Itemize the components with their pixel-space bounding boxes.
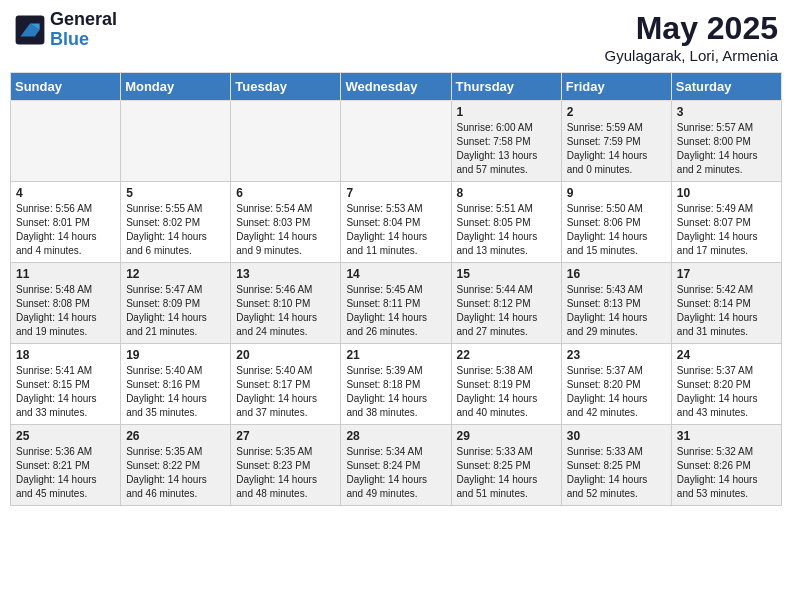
day-number: 13 [236, 267, 335, 281]
day-number: 24 [677, 348, 776, 362]
calendar-cell: 16Sunrise: 5:43 AM Sunset: 8:13 PM Dayli… [561, 263, 671, 344]
cell-content: Sunrise: 5:50 AM Sunset: 8:06 PM Dayligh… [567, 202, 666, 258]
calendar-week-row: 18Sunrise: 5:41 AM Sunset: 8:15 PM Dayli… [11, 344, 782, 425]
cell-content: Sunrise: 5:38 AM Sunset: 8:19 PM Dayligh… [457, 364, 556, 420]
calendar-cell: 19Sunrise: 5:40 AM Sunset: 8:16 PM Dayli… [121, 344, 231, 425]
logo-general-text: General [50, 10, 117, 30]
calendar-cell: 24Sunrise: 5:37 AM Sunset: 8:20 PM Dayli… [671, 344, 781, 425]
calendar-cell: 29Sunrise: 5:33 AM Sunset: 8:25 PM Dayli… [451, 425, 561, 506]
cell-content: Sunrise: 5:37 AM Sunset: 8:20 PM Dayligh… [567, 364, 666, 420]
calendar-cell: 4Sunrise: 5:56 AM Sunset: 8:01 PM Daylig… [11, 182, 121, 263]
cell-content: Sunrise: 5:33 AM Sunset: 8:25 PM Dayligh… [457, 445, 556, 501]
cell-content: Sunrise: 5:40 AM Sunset: 8:16 PM Dayligh… [126, 364, 225, 420]
calendar-cell: 31Sunrise: 5:32 AM Sunset: 8:26 PM Dayli… [671, 425, 781, 506]
calendar-cell: 11Sunrise: 5:48 AM Sunset: 8:08 PM Dayli… [11, 263, 121, 344]
calendar-week-row: 25Sunrise: 5:36 AM Sunset: 8:21 PM Dayli… [11, 425, 782, 506]
cell-content: Sunrise: 5:43 AM Sunset: 8:13 PM Dayligh… [567, 283, 666, 339]
cell-content: Sunrise: 5:54 AM Sunset: 8:03 PM Dayligh… [236, 202, 335, 258]
cell-content: Sunrise: 5:57 AM Sunset: 8:00 PM Dayligh… [677, 121, 776, 177]
calendar-cell: 2Sunrise: 5:59 AM Sunset: 7:59 PM Daylig… [561, 101, 671, 182]
calendar-cell: 27Sunrise: 5:35 AM Sunset: 8:23 PM Dayli… [231, 425, 341, 506]
day-header-wednesday: Wednesday [341, 73, 451, 101]
day-header-saturday: Saturday [671, 73, 781, 101]
cell-content: Sunrise: 5:44 AM Sunset: 8:12 PM Dayligh… [457, 283, 556, 339]
cell-content: Sunrise: 5:32 AM Sunset: 8:26 PM Dayligh… [677, 445, 776, 501]
cell-content: Sunrise: 5:36 AM Sunset: 8:21 PM Dayligh… [16, 445, 115, 501]
calendar-cell: 8Sunrise: 5:51 AM Sunset: 8:05 PM Daylig… [451, 182, 561, 263]
day-number: 14 [346, 267, 445, 281]
month-year: May 2025 [605, 10, 778, 47]
calendar-cell: 20Sunrise: 5:40 AM Sunset: 8:17 PM Dayli… [231, 344, 341, 425]
cell-content: Sunrise: 5:33 AM Sunset: 8:25 PM Dayligh… [567, 445, 666, 501]
day-number: 27 [236, 429, 335, 443]
day-number: 5 [126, 186, 225, 200]
calendar-cell: 3Sunrise: 5:57 AM Sunset: 8:00 PM Daylig… [671, 101, 781, 182]
calendar-cell: 30Sunrise: 5:33 AM Sunset: 8:25 PM Dayli… [561, 425, 671, 506]
cell-content: Sunrise: 5:49 AM Sunset: 8:07 PM Dayligh… [677, 202, 776, 258]
day-number: 25 [16, 429, 115, 443]
location: Gyulagarak, Lori, Armenia [605, 47, 778, 64]
calendar-cell: 28Sunrise: 5:34 AM Sunset: 8:24 PM Dayli… [341, 425, 451, 506]
page-header: General Blue May 2025 Gyulagarak, Lori, … [10, 10, 782, 64]
cell-content: Sunrise: 5:53 AM Sunset: 8:04 PM Dayligh… [346, 202, 445, 258]
cell-content: Sunrise: 5:59 AM Sunset: 7:59 PM Dayligh… [567, 121, 666, 177]
calendar-table: SundayMondayTuesdayWednesdayThursdayFrid… [10, 72, 782, 506]
cell-content: Sunrise: 5:42 AM Sunset: 8:14 PM Dayligh… [677, 283, 776, 339]
cell-content: Sunrise: 5:46 AM Sunset: 8:10 PM Dayligh… [236, 283, 335, 339]
calendar-cell: 21Sunrise: 5:39 AM Sunset: 8:18 PM Dayli… [341, 344, 451, 425]
day-number: 20 [236, 348, 335, 362]
calendar-cell [231, 101, 341, 182]
calendar-cell: 5Sunrise: 5:55 AM Sunset: 8:02 PM Daylig… [121, 182, 231, 263]
day-number: 26 [126, 429, 225, 443]
day-number: 17 [677, 267, 776, 281]
day-number: 3 [677, 105, 776, 119]
calendar-cell: 15Sunrise: 5:44 AM Sunset: 8:12 PM Dayli… [451, 263, 561, 344]
calendar-cell: 9Sunrise: 5:50 AM Sunset: 8:06 PM Daylig… [561, 182, 671, 263]
calendar-week-row: 4Sunrise: 5:56 AM Sunset: 8:01 PM Daylig… [11, 182, 782, 263]
calendar-cell: 26Sunrise: 5:35 AM Sunset: 8:22 PM Dayli… [121, 425, 231, 506]
day-number: 2 [567, 105, 666, 119]
calendar-cell: 6Sunrise: 5:54 AM Sunset: 8:03 PM Daylig… [231, 182, 341, 263]
day-number: 19 [126, 348, 225, 362]
calendar-header-row: SundayMondayTuesdayWednesdayThursdayFrid… [11, 73, 782, 101]
day-number: 18 [16, 348, 115, 362]
day-number: 12 [126, 267, 225, 281]
cell-content: Sunrise: 5:47 AM Sunset: 8:09 PM Dayligh… [126, 283, 225, 339]
day-number: 9 [567, 186, 666, 200]
day-header-friday: Friday [561, 73, 671, 101]
day-number: 11 [16, 267, 115, 281]
day-number: 6 [236, 186, 335, 200]
day-number: 7 [346, 186, 445, 200]
calendar-cell: 13Sunrise: 5:46 AM Sunset: 8:10 PM Dayli… [231, 263, 341, 344]
calendar-cell: 18Sunrise: 5:41 AM Sunset: 8:15 PM Dayli… [11, 344, 121, 425]
calendar-cell: 7Sunrise: 5:53 AM Sunset: 8:04 PM Daylig… [341, 182, 451, 263]
calendar-cell: 17Sunrise: 5:42 AM Sunset: 8:14 PM Dayli… [671, 263, 781, 344]
day-number: 8 [457, 186, 556, 200]
logo-blue-text: Blue [50, 30, 117, 50]
cell-content: Sunrise: 5:45 AM Sunset: 8:11 PM Dayligh… [346, 283, 445, 339]
cell-content: Sunrise: 5:48 AM Sunset: 8:08 PM Dayligh… [16, 283, 115, 339]
calendar-cell: 25Sunrise: 5:36 AM Sunset: 8:21 PM Dayli… [11, 425, 121, 506]
day-number: 10 [677, 186, 776, 200]
cell-content: Sunrise: 5:51 AM Sunset: 8:05 PM Dayligh… [457, 202, 556, 258]
cell-content: Sunrise: 5:37 AM Sunset: 8:20 PM Dayligh… [677, 364, 776, 420]
day-number: 4 [16, 186, 115, 200]
day-header-monday: Monday [121, 73, 231, 101]
cell-content: Sunrise: 5:35 AM Sunset: 8:23 PM Dayligh… [236, 445, 335, 501]
cell-content: Sunrise: 5:39 AM Sunset: 8:18 PM Dayligh… [346, 364, 445, 420]
day-number: 15 [457, 267, 556, 281]
day-number: 29 [457, 429, 556, 443]
day-number: 16 [567, 267, 666, 281]
day-header-tuesday: Tuesday [231, 73, 341, 101]
day-number: 31 [677, 429, 776, 443]
day-header-sunday: Sunday [11, 73, 121, 101]
cell-content: Sunrise: 5:35 AM Sunset: 8:22 PM Dayligh… [126, 445, 225, 501]
cell-content: Sunrise: 5:34 AM Sunset: 8:24 PM Dayligh… [346, 445, 445, 501]
calendar-cell [11, 101, 121, 182]
calendar-cell: 23Sunrise: 5:37 AM Sunset: 8:20 PM Dayli… [561, 344, 671, 425]
day-number: 30 [567, 429, 666, 443]
calendar-cell [341, 101, 451, 182]
calendar-cell: 12Sunrise: 5:47 AM Sunset: 8:09 PM Dayli… [121, 263, 231, 344]
cell-content: Sunrise: 5:55 AM Sunset: 8:02 PM Dayligh… [126, 202, 225, 258]
cell-content: Sunrise: 5:41 AM Sunset: 8:15 PM Dayligh… [16, 364, 115, 420]
